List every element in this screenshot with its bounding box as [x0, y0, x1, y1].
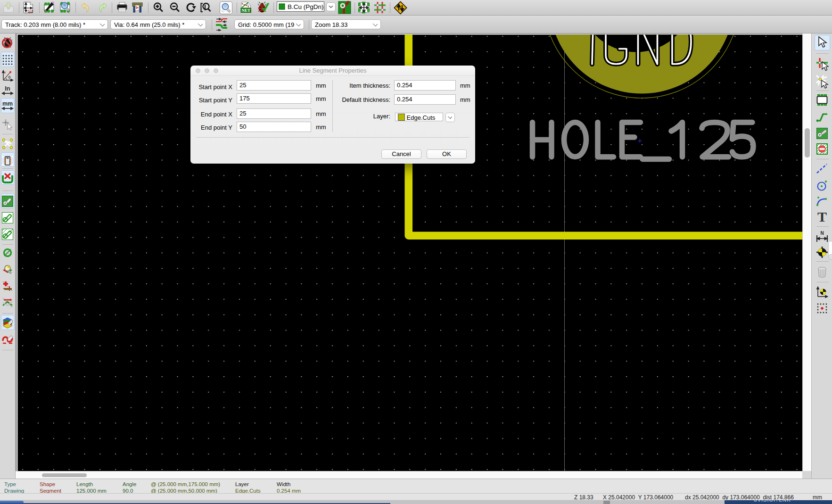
svg-text:φ: φ [8, 74, 11, 79]
svg-text:N: N [820, 231, 824, 236]
svg-text:mm: mm [2, 100, 13, 107]
svg-text:B.Cu (PgDn): B.Cu (PgDn) [288, 3, 324, 10]
svg-text:In: In [5, 85, 10, 92]
svg-text:NET: NET [242, 8, 251, 13]
svg-text:r: r [5, 70, 7, 75]
svg-text:T: T [817, 209, 827, 224]
